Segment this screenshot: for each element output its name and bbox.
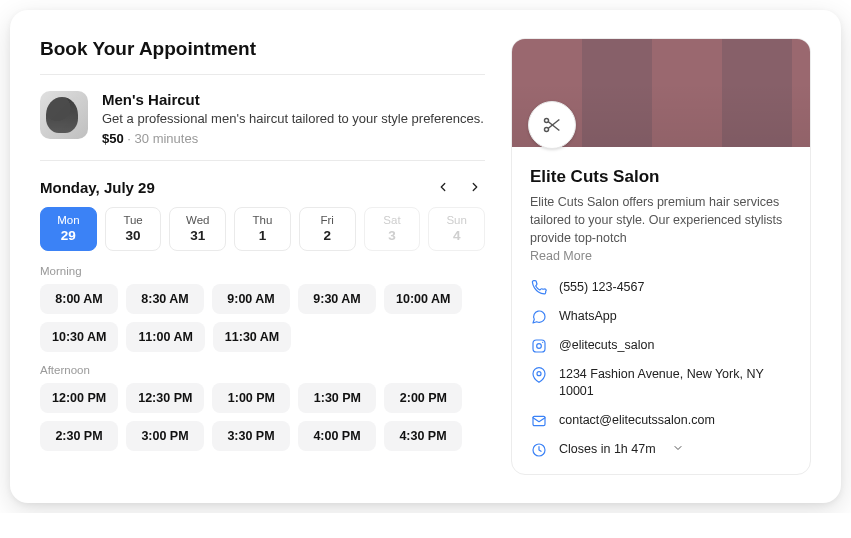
time-slot[interactable]: 10:00 AM [384, 284, 462, 314]
contact-address[interactable]: 1234 Fashion Avenue, New York, NY 10001 [530, 366, 792, 400]
time-slot[interactable]: 8:00 AM [40, 284, 118, 314]
address-text: 1234 Fashion Avenue, New York, NY 10001 [559, 366, 792, 400]
time-slot[interactable]: 4:30 PM [384, 421, 462, 451]
clock-icon [530, 441, 547, 458]
divider [40, 74, 485, 75]
salon-body: Elite Cuts Salon Elite Cuts Salon offers… [512, 147, 810, 474]
salon-logo [528, 101, 576, 149]
whatsapp-text: WhatsApp [559, 308, 617, 325]
contact-instagram[interactable]: @elitecuts_salon [530, 337, 792, 354]
day-number: 4 [429, 228, 484, 243]
time-slot[interactable]: 2:30 PM [40, 421, 118, 451]
time-slot[interactable]: 3:00 PM [126, 421, 204, 451]
svg-point-6 [542, 342, 543, 343]
day-weekday: Thu [235, 214, 290, 226]
time-slot[interactable]: 12:30 PM [126, 383, 204, 413]
service-price: $50 [102, 131, 124, 146]
afternoon-label: Afternoon [40, 364, 485, 376]
chevron-left-icon [436, 180, 450, 194]
day-weekday: Sun [429, 214, 484, 226]
service-description: Get a professional men's haircut tailore… [102, 111, 484, 126]
day-number: 30 [106, 228, 161, 243]
salon-name: Elite Cuts Salon [530, 167, 792, 187]
salon-description: Elite Cuts Salon offers premium hair ser… [530, 193, 792, 247]
phone-icon [530, 279, 547, 296]
time-slot[interactable]: 4:00 PM [298, 421, 376, 451]
day-number: 29 [41, 228, 96, 243]
day-weekday: Wed [170, 214, 225, 226]
morning-slots: 8:00 AM8:30 AM9:00 AM9:30 AM10:00 AM10:3… [40, 284, 485, 352]
day-option: Sun4 [428, 207, 485, 251]
day-option[interactable]: Fri2 [299, 207, 356, 251]
time-slot[interactable]: 3:30 PM [212, 421, 290, 451]
whatsapp-icon [530, 308, 547, 325]
day-weekday: Tue [106, 214, 161, 226]
time-slot[interactable]: 11:30 AM [213, 322, 291, 352]
divider [40, 160, 485, 161]
time-slot[interactable]: 8:30 AM [126, 284, 204, 314]
svg-point-1 [544, 128, 548, 132]
scissors-icon [541, 114, 563, 136]
day-weekday: Sat [365, 214, 420, 226]
time-slot[interactable]: 1:30 PM [298, 383, 376, 413]
time-slot[interactable]: 11:00 AM [126, 322, 204, 352]
phone-text: (555) 123-4567 [559, 279, 644, 296]
time-slot[interactable]: 9:30 AM [298, 284, 376, 314]
svg-point-5 [536, 344, 541, 349]
svg-rect-4 [533, 340, 545, 352]
day-number: 1 [235, 228, 290, 243]
service-thumbnail [40, 91, 88, 139]
service-block: Men's Haircut Get a professional men's h… [40, 91, 485, 146]
service-meta: $50 · 30 minutes [102, 131, 484, 146]
day-option: Sat3 [364, 207, 421, 251]
prev-week-button[interactable] [433, 177, 453, 197]
email-text: contact@elitecutssalon.com [559, 412, 715, 429]
selected-date-label: Monday, July 29 [40, 179, 155, 196]
contact-email[interactable]: contact@elitecutssalon.com [530, 412, 792, 429]
service-duration: 30 minutes [135, 131, 199, 146]
contact-whatsapp[interactable]: WhatsApp [530, 308, 792, 325]
booking-card: Book Your Appointment Men's Haircut Get … [10, 10, 841, 503]
chevron-down-icon [672, 442, 684, 457]
instagram-text: @elitecuts_salon [559, 337, 654, 354]
page-title: Book Your Appointment [40, 38, 485, 60]
salon-panel: Elite Cuts Salon Elite Cuts Salon offers… [511, 38, 811, 475]
morning-label: Morning [40, 265, 485, 277]
hours-text: Closes in 1h 47m [559, 441, 656, 458]
time-slot[interactable]: 10:30 AM [40, 322, 118, 352]
day-number: 31 [170, 228, 225, 243]
chevron-right-icon [468, 180, 482, 194]
instagram-icon [530, 337, 547, 354]
time-slot[interactable]: 12:00 PM [40, 383, 118, 413]
service-info: Men's Haircut Get a professional men's h… [102, 91, 484, 146]
date-header: Monday, July 29 [40, 177, 485, 197]
day-number: 2 [300, 228, 355, 243]
time-slot[interactable]: 2:00 PM [384, 383, 462, 413]
date-nav [433, 177, 485, 197]
contact-phone[interactable]: (555) 123-4567 [530, 279, 792, 296]
day-option[interactable]: Wed31 [169, 207, 226, 251]
day-picker: Mon29Tue30Wed31Thu1Fri2Sat3Sun4 [40, 207, 485, 251]
map-pin-icon [530, 366, 547, 383]
contact-list: (555) 123-4567 WhatsApp @elitecuts_salon [530, 279, 792, 458]
read-more-link[interactable]: Read More [530, 249, 792, 263]
booking-left-panel: Book Your Appointment Men's Haircut Get … [40, 38, 485, 475]
meta-separator: · [127, 131, 131, 146]
time-slot[interactable]: 9:00 AM [212, 284, 290, 314]
day-option[interactable]: Tue30 [105, 207, 162, 251]
time-slot[interactable]: 1:00 PM [212, 383, 290, 413]
salon-hero-image [512, 39, 810, 147]
day-weekday: Fri [300, 214, 355, 226]
day-number: 3 [365, 228, 420, 243]
contact-hours[interactable]: Closes in 1h 47m [530, 441, 792, 458]
day-weekday: Mon [41, 214, 96, 226]
svg-point-7 [537, 372, 541, 376]
svg-point-0 [544, 118, 548, 122]
day-option[interactable]: Mon29 [40, 207, 97, 251]
mail-icon [530, 412, 547, 429]
afternoon-slots: 12:00 PM12:30 PM1:00 PM1:30 PM2:00 PM2:3… [40, 383, 485, 451]
service-title: Men's Haircut [102, 91, 484, 108]
next-week-button[interactable] [465, 177, 485, 197]
day-option[interactable]: Thu1 [234, 207, 291, 251]
